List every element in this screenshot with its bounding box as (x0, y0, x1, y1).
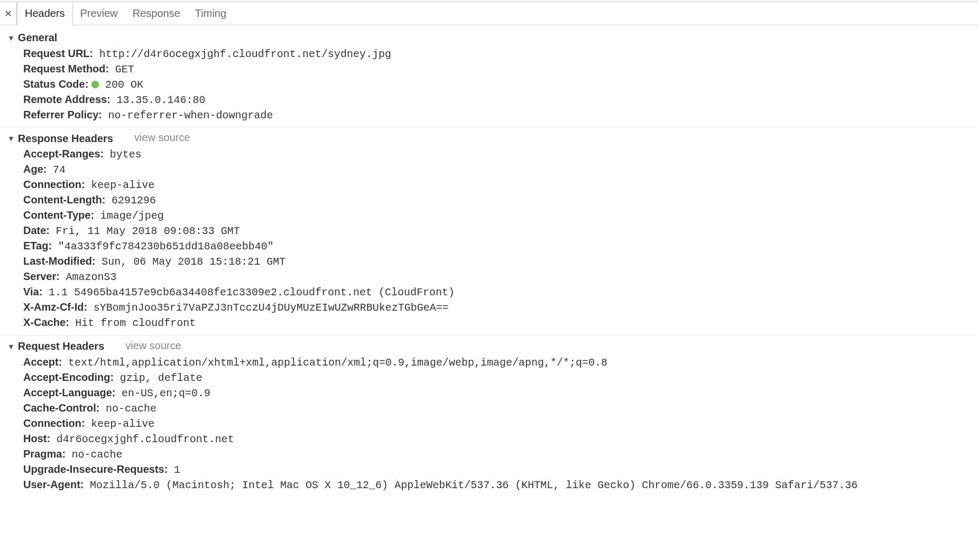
header-row: User-Agent Mozilla/5.0 (Macintosh; Intel… (23, 477, 978, 492)
tab-headers[interactable]: Headers (17, 2, 73, 25)
header-value: AmazonS3 (66, 271, 117, 283)
tab-response[interactable]: Response (125, 2, 188, 25)
header-row: Host d4r6ocegxjghf.cloudfront.net (23, 431, 978, 446)
header-row: X-Cache Hit from cloudfront (23, 315, 978, 331)
section-request-headers: ▼ Request Headers view source Accept tex… (0, 335, 978, 497)
view-source-link[interactable]: view source (134, 132, 190, 144)
header-row: Cache-Control no-cache (23, 400, 978, 416)
header-label: X-Cache (23, 316, 69, 328)
header-row: Status Code 200 OK (23, 77, 978, 92)
section-header-general[interactable]: ▼ General (0, 31, 978, 46)
header-label: Pragma (23, 448, 66, 460)
header-value: no-cache (106, 403, 156, 415)
header-label: Content-Length (23, 194, 106, 206)
header-label: Request URL (23, 48, 93, 59)
section-general: ▼ General Request URL http://d4r6ocegxjg… (0, 27, 978, 127)
header-row: Request Method GET (23, 61, 978, 77)
header-row: X-Amz-Cf-Id sYBomjnJoo35ri7VaPZJ3nTcczU4… (23, 300, 978, 315)
section-header-request-headers[interactable]: ▼ Request Headers view source (0, 339, 978, 355)
header-label: Host (23, 433, 50, 444)
header-label: User-Agent (23, 479, 84, 490)
header-row: Age 74 (23, 162, 978, 178)
header-value: Hit from cloudfront (75, 317, 196, 329)
header-value: 200 OK (105, 79, 143, 91)
kv-list-general: Request URL http://d4r6ocegxjghf.cloudfr… (0, 46, 978, 123)
section-header-response-headers[interactable]: ▼ Response Headers view source (0, 130, 978, 147)
header-row: Pragma no-cache (23, 446, 978, 462)
header-value: no-cache (72, 449, 123, 461)
header-row: Upgrade-Insecure-Requests 1 (23, 462, 978, 477)
header-value: 1.1 54965ba4157e9cb6a34408fe1c3309e2.clo… (49, 286, 455, 298)
header-label: Date (23, 225, 50, 236)
header-row: Remote Address 13.35.0.146:80 (23, 92, 978, 107)
header-value: d4r6ocegxjghf.cloudfront.net (57, 433, 234, 445)
header-label: Cache-Control (23, 402, 99, 414)
header-label: Remote Address (23, 94, 110, 105)
header-label: Request Method (23, 63, 109, 74)
header-value: Fri, 11 May 2018 09:08:33 GMT (56, 225, 240, 237)
header-row: Referrer Policy no-referrer-when-downgra… (23, 107, 978, 123)
header-value: image/jpeg (100, 210, 164, 222)
tab-preview[interactable]: Preview (73, 2, 125, 25)
header-row: Accept-Ranges bytes (23, 147, 978, 162)
header-value: Sun, 06 May 2018 15:18:21 GMT (102, 256, 285, 268)
disclosure-triangle-icon: ▼ (7, 34, 15, 42)
disclosure-triangle-icon: ▼ (7, 134, 15, 143)
kv-list-request-headers: Accept text/html,application/xhtml+xml,a… (0, 354, 978, 492)
header-value: en-US,en;q=0.9 (122, 387, 210, 399)
header-value: gzip, deflate (120, 372, 202, 384)
header-row: Request URL http://d4r6ocegxjghf.cloudfr… (23, 46, 978, 61)
header-label: Connection (23, 179, 85, 190)
header-label: Server (23, 270, 60, 282)
header-row: Content-Length 6291296 (23, 193, 978, 208)
header-value: 1 (174, 464, 180, 476)
header-label: Age (23, 163, 47, 175)
header-row: Content-Type image/jpeg (23, 208, 978, 223)
header-label: Accept (23, 356, 62, 368)
header-value: text/html,application/xhtml+xml,applicat… (68, 357, 607, 369)
header-label: Connection (23, 417, 85, 429)
header-label: ETag (23, 240, 52, 251)
close-icon[interactable]: ✕ (0, 2, 17, 25)
header-label: Upgrade-Insecure-Requests (23, 463, 168, 475)
section-title-text: Response Headers (18, 133, 113, 145)
header-value: "4a333f9fc784230b651dd18a08eebb40" (58, 240, 274, 253)
tab-bar: ✕ Headers Preview Response Timing (0, 2, 978, 25)
header-row: Last-Modified Sun, 06 May 2018 15:18:21 … (23, 254, 978, 269)
section-title-text: General (18, 32, 57, 44)
header-row: Accept text/html,application/xhtml+xml,a… (23, 354, 978, 370)
header-row: Connection keep-alive (23, 416, 978, 431)
header-value: Mozilla/5.0 (Macintosh; Intel Mac OS X 1… (90, 479, 857, 491)
header-value: keep-alive (91, 179, 154, 191)
disclosure-triangle-icon: ▼ (7, 342, 15, 351)
header-label: Referrer Policy (23, 109, 102, 120)
header-value: keep-alive (91, 418, 154, 430)
section-title-text: Request Headers (18, 340, 104, 352)
header-row: Accept-Language en-US,en;q=0.9 (23, 385, 978, 400)
status-dot-icon (91, 81, 99, 88)
header-label: Last-Modified (23, 255, 96, 267)
header-row: Connection keep-alive (23, 178, 978, 193)
header-value: GET (115, 63, 134, 76)
header-row: Via 1.1 54965ba4157e9cb6a34408fe1c3309e2… (23, 285, 978, 300)
header-row: ETag "4a333f9fc784230b651dd18a08eebb40" (23, 239, 978, 254)
header-value: 6291296 (112, 194, 156, 207)
header-label: Accept-Ranges (23, 148, 104, 160)
header-label: Status Code (23, 78, 88, 90)
header-label: Content-Type (23, 209, 94, 221)
header-label: Accept-Encoding (23, 371, 114, 383)
header-value: sYBomjnJoo35ri7VaPZJ3nTcczU4jDUyMUzEIwUZ… (94, 302, 449, 314)
headers-content: ▼ General Request URL http://d4r6ocegxjg… (0, 25, 978, 502)
header-row: Server AmazonS3 (23, 269, 978, 285)
section-response-headers: ▼ Response Headers view source Accept-Ra… (0, 127, 978, 335)
tab-timing[interactable]: Timing (188, 2, 234, 25)
header-value: http://d4r6ocegxjghf.cloudfront.net/sydn… (99, 48, 391, 60)
header-row: Accept-Encoding gzip, deflate (23, 370, 978, 385)
header-value: no-referrer-when-downgrade (108, 109, 273, 122)
view-source-link[interactable]: view source (125, 340, 181, 352)
header-label: Accept-Language (23, 387, 115, 398)
header-row: Date Fri, 11 May 2018 09:08:33 GMT (23, 223, 978, 239)
header-label: Via (23, 286, 42, 297)
kv-list-response-headers: Accept-Ranges bytesAge 74Connection keep… (0, 147, 978, 331)
header-value: bytes (110, 148, 142, 161)
